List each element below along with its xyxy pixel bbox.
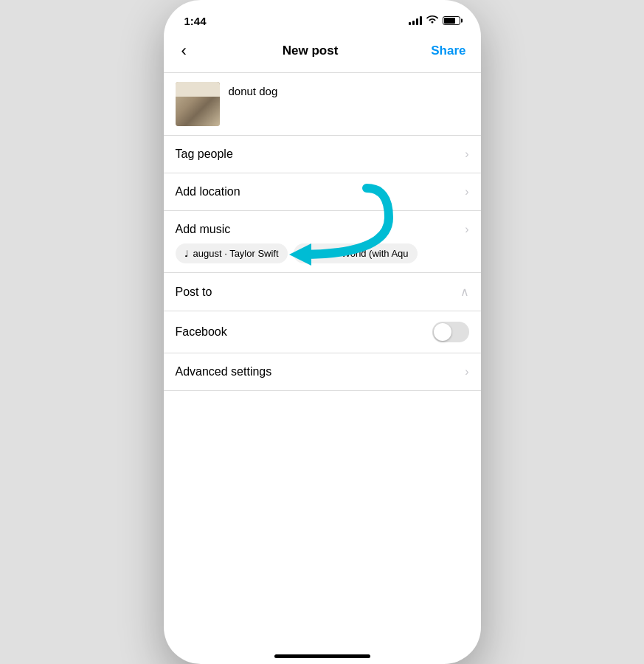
post-to-header[interactable]: Post to ∧ xyxy=(164,273,481,311)
music-section: Add music › ♩ august · Taylor Swift ♩ Ba… xyxy=(164,211,481,273)
signal-icon xyxy=(409,16,422,25)
home-indicator xyxy=(274,654,370,658)
add-location-item[interactable]: Add location › xyxy=(164,173,481,211)
caption-text[interactable]: donut dog xyxy=(229,82,469,97)
nav-title: New post xyxy=(283,44,339,58)
tag-people-label: Tag people xyxy=(176,148,233,161)
music-chip-label-2: Barbie World (with Aqu xyxy=(311,248,409,259)
share-button[interactable]: Share xyxy=(431,44,465,58)
chevron-right-icon: › xyxy=(465,185,468,198)
facebook-toggle[interactable] xyxy=(432,322,469,342)
wifi-icon xyxy=(426,15,438,27)
back-button[interactable]: ‹ xyxy=(179,38,190,63)
advanced-settings-item[interactable]: Advanced settings › xyxy=(164,353,481,391)
facebook-row: Facebook xyxy=(164,311,481,353)
facebook-label: Facebook xyxy=(176,325,227,339)
phone-frame: 1:44 ‹ New post Share xyxy=(164,0,481,664)
advanced-settings-label: Advanced settings xyxy=(176,365,272,378)
music-note-icon: ♩ xyxy=(302,249,307,259)
thumbnail-image xyxy=(176,82,220,126)
chevron-up-icon: ∧ xyxy=(460,285,469,299)
music-note-icon: ♩ xyxy=(184,249,189,259)
add-music-header[interactable]: Add music › xyxy=(164,211,481,243)
status-bar: 1:44 xyxy=(164,0,481,32)
nav-bar: ‹ New post Share xyxy=(164,32,481,73)
chevron-right-icon: › xyxy=(465,223,468,236)
tag-people-item[interactable]: Tag people › xyxy=(164,136,481,173)
add-music-label: Add music xyxy=(176,223,231,236)
post-to-section: Post to ∧ xyxy=(164,273,481,311)
post-to-label: Post to xyxy=(176,286,212,299)
status-time: 1:44 xyxy=(184,15,207,27)
status-icons xyxy=(409,15,460,27)
music-chip-2[interactable]: ♩ Barbie World (with Aqu xyxy=(294,243,418,263)
toggle-knob xyxy=(434,323,451,341)
post-thumbnail xyxy=(176,82,220,126)
add-location-label: Add location xyxy=(176,185,240,198)
chevron-right-icon: › xyxy=(465,148,468,161)
music-chips: ♩ august · Taylor Swift ♩ Barbie World (… xyxy=(164,243,481,272)
music-chip-label-1: august · Taylor Swift xyxy=(193,248,279,259)
post-preview: donut dog xyxy=(164,73,481,136)
chevron-right-icon: › xyxy=(465,365,468,378)
music-chip-1[interactable]: ♩ august · Taylor Swift xyxy=(176,243,288,263)
battery-icon xyxy=(443,16,460,25)
